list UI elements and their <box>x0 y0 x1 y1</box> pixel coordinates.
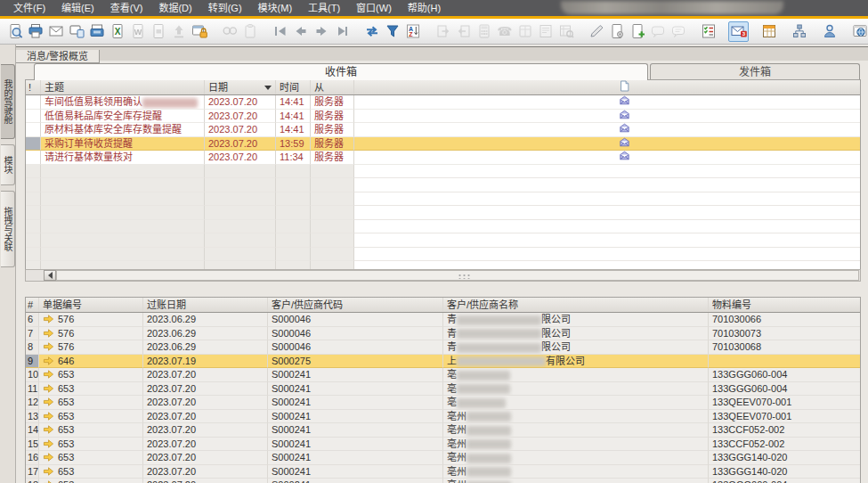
user-icon[interactable] <box>819 21 840 42</box>
inbox-row-5[interactable]: 请进行基体数量核对2023.07.2011:34服务器 <box>26 151 860 165</box>
email-icon[interactable] <box>45 21 66 42</box>
inbox-row-1[interactable]: 车间低值易耗领用确认2023.07.2014:41服务器 <box>26 95 860 110</box>
menu-goto[interactable]: 转到(G) <box>200 0 250 16</box>
copy-out-icon[interactable] <box>453 21 474 42</box>
filter-icon[interactable] <box>382 21 402 42</box>
query-icon[interactable] <box>556 21 576 42</box>
link-arrow-icon[interactable] <box>43 479 54 483</box>
export-image-icon[interactable] <box>148 21 168 42</box>
calculator-icon[interactable] <box>474 21 494 42</box>
tab-inbox[interactable]: 收件箱 <box>34 63 648 80</box>
docs-col-rownum[interactable]: # <box>26 298 39 312</box>
journal-icon[interactable] <box>515 21 535 42</box>
nav-prev-icon[interactable] <box>290 21 311 42</box>
lock-screen-icon[interactable] <box>189 21 209 42</box>
menu-edit[interactable]: 编辑(E) <box>53 0 102 16</box>
sidedock-tab-2[interactable]: 模块 <box>1 144 15 185</box>
inbox-col-from[interactable]: 从 <box>311 80 354 94</box>
link-arrow-icon[interactable] <box>43 383 54 394</box>
documents-row-16[interactable]: 166532023.07.20S000241亳州133GGG140-020 <box>26 451 860 465</box>
menu-file[interactable]: 文件(F) <box>5 0 53 16</box>
form-settings-icon[interactable] <box>535 21 556 42</box>
edit-pencil-icon[interactable] <box>586 21 606 42</box>
envelope-icon[interactable] <box>615 151 633 165</box>
messages-alerts-icon[interactable]: 3 <box>728 21 749 42</box>
refresh-icon[interactable] <box>361 21 382 42</box>
inbox-col-subject[interactable]: 主题 <box>41 80 205 94</box>
link-arrow-icon[interactable] <box>43 452 54 463</box>
scroll-left-button[interactable] <box>44 270 56 281</box>
inbox-row-3[interactable]: 原材料基体库安全库存数量提醒2023.07.2014:41服务器 <box>26 123 860 137</box>
splitter-grip-icon[interactable] <box>458 274 470 279</box>
link-arrow-icon[interactable] <box>43 411 54 422</box>
tab-outbox[interactable]: 发件箱 <box>650 63 860 80</box>
documents-row-14[interactable]: 146532023.07.20S000241亳州133CCF052-002 <box>26 423 860 438</box>
link-arrow-icon[interactable] <box>43 369 54 380</box>
comment-outline-icon[interactable] <box>668 21 688 42</box>
link-arrow-icon[interactable] <box>43 424 54 435</box>
print-layout-icon[interactable] <box>86 21 107 42</box>
export-word-icon[interactable]: W <box>127 21 148 42</box>
screen-share-icon[interactable] <box>66 21 86 42</box>
link-arrow-icon[interactable] <box>43 341 54 352</box>
documents-row-17[interactable]: 176532023.07.20S000241亳州133GGG140-020 <box>26 465 860 479</box>
envelope-icon[interactable] <box>615 95 633 110</box>
envelope-icon[interactable] <box>615 123 633 137</box>
inbox-col-date[interactable]: 日期 <box>205 80 276 94</box>
documents-row-15[interactable]: 156532023.07.20S000241亳州133CCF052-002 <box>26 438 860 452</box>
docs-col-bpname[interactable]: 客户/供应商名称 <box>443 298 709 312</box>
inbox-col-priority[interactable]: ! <box>26 80 41 94</box>
docs-col-postingdate[interactable]: 过账日期 <box>143 298 268 312</box>
nav-next-icon[interactable] <box>311 21 331 42</box>
menu-window[interactable]: 窗口(W) <box>348 0 400 16</box>
clipboard-icon[interactable] <box>239 21 260 42</box>
phone-icon[interactable]: ☎ <box>494 21 515 42</box>
inbox-col-time[interactable]: 时间 <box>276 80 311 94</box>
web-browser-icon[interactable] <box>849 21 868 42</box>
sidedock-tab-3[interactable]: 拖拽与关联 <box>1 191 15 267</box>
inbox-row-4[interactable]: 采购订单待收货提醒2023.07.2013:59服务器 <box>26 137 860 151</box>
documents-row-12[interactable]: 126532023.07.20S000241亳133QEEV070-001 <box>26 396 860 410</box>
documents-row-10[interactable]: 106532023.07.20S000241亳133GGG060-004 <box>26 368 860 382</box>
link-arrow-icon[interactable] <box>43 328 54 339</box>
documents-row-8[interactable]: 85762023.06.29S000046青限公司701030068 <box>26 340 860 355</box>
envelope-icon[interactable] <box>615 110 633 124</box>
docs-col-itemno[interactable]: 物料编号 <box>709 298 860 312</box>
menu-data[interactable]: 数据(D) <box>150 0 199 16</box>
inbox-row-2[interactable]: 低值易耗品库安全库存提醒2023.07.2014:41服务器 <box>26 110 860 124</box>
link-arrow-icon[interactable] <box>43 356 54 366</box>
link-arrow-icon[interactable] <box>43 397 54 407</box>
add-form-icon[interactable] <box>627 21 647 42</box>
link-arrow-icon[interactable] <box>43 314 54 324</box>
envelope-icon[interactable] <box>615 137 633 151</box>
documents-row-6[interactable]: 65762023.06.29S000046青限公司701030066 <box>26 313 860 327</box>
documents-row-18[interactable]: 186532023.07.20S000241亳州133GGG000-004 <box>26 479 860 483</box>
documents-row-7[interactable]: 75762023.06.29S000046青限公司701030073 <box>26 327 860 341</box>
documents-row-13[interactable]: 136532023.07.20S000241亳州133QEEV070-001 <box>26 410 860 424</box>
link-arrow-icon[interactable] <box>43 466 54 477</box>
link-arrow-icon[interactable] <box>43 438 54 449</box>
sidedock-tab-1[interactable]: 我的驾驶舱 <box>1 64 15 139</box>
documents-row-11[interactable]: 116532023.07.20S000241亳133GGG060-004 <box>26 382 860 397</box>
nav-last-icon[interactable] <box>331 21 352 42</box>
copy-in-icon[interactable] <box>433 21 453 42</box>
menu-view[interactable]: 查看(V) <box>102 0 151 16</box>
comment-icon[interactable] <box>647 21 668 42</box>
sort-icon[interactable]: AZ <box>402 21 423 42</box>
tab-messages-alerts-overview[interactable]: 消息/警报概览 <box>16 50 100 63</box>
menu-modules[interactable]: 模块(M) <box>250 0 301 16</box>
docs-col-bpcode[interactable]: 客户/供应商代码 <box>268 298 443 312</box>
page-settings-icon[interactable] <box>606 21 627 42</box>
docs-col-docno[interactable]: 单据编号 <box>39 298 143 312</box>
menu-tools[interactable]: 工具(T) <box>300 0 348 16</box>
export-excel-icon[interactable]: X <box>107 21 127 42</box>
print-icon[interactable] <box>25 21 45 42</box>
scrollbar-track[interactable] <box>56 270 859 281</box>
menu-help[interactable]: 帮助(H) <box>400 0 449 16</box>
upload-icon[interactable] <box>168 21 189 42</box>
report-table-icon[interactable] <box>758 21 779 42</box>
print-preview-icon[interactable] <box>4 21 25 42</box>
find-icon[interactable] <box>219 21 239 42</box>
checklist-icon[interactable] <box>698 21 718 42</box>
nav-first-icon[interactable] <box>270 21 290 42</box>
